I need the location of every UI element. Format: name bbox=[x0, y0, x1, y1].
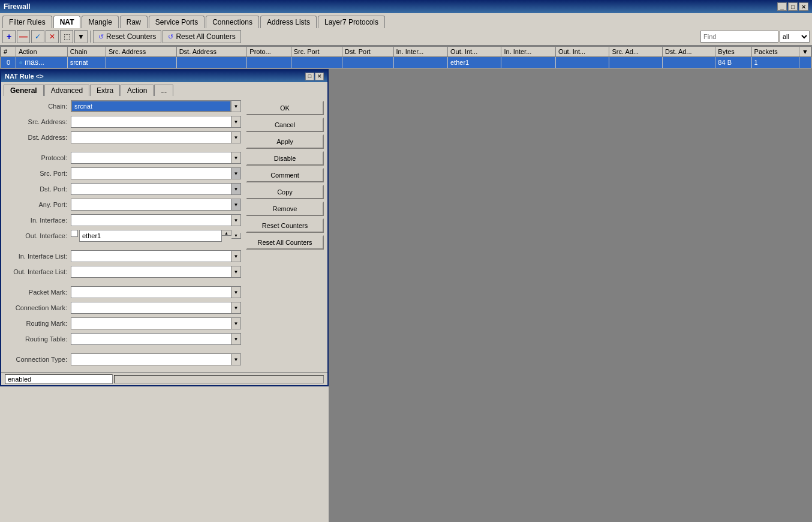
minimize-button[interactable]: _ bbox=[777, 2, 787, 11]
filter-button[interactable]: ▼ bbox=[74, 30, 88, 43]
cell-src-address bbox=[106, 57, 176, 68]
src-address-dropdown-btn[interactable]: ▼ bbox=[231, 116, 241, 128]
col-num: # bbox=[1, 47, 16, 57]
in-interface-list-dropdown-btn[interactable]: ▼ bbox=[231, 250, 241, 262]
routing-mark-dropdown-btn[interactable]: ▼ bbox=[231, 317, 241, 329]
any-port-row: Any. Port: ▼ bbox=[5, 198, 241, 211]
in-interface-dropdown-btn[interactable]: ▼ bbox=[231, 214, 241, 226]
maximize-button[interactable]: □ bbox=[788, 2, 798, 11]
close-button[interactable]: ✕ bbox=[799, 2, 808, 11]
dst-port-input[interactable] bbox=[71, 183, 231, 195]
tab-nat[interactable]: NAT bbox=[53, 16, 81, 28]
dialog-tab-extra[interactable]: Extra bbox=[90, 85, 120, 96]
connection-type-dropdown-btn[interactable]: ▼ bbox=[231, 353, 241, 365]
remove-button[interactable]: — bbox=[17, 30, 30, 43]
cancel-button[interactable]: Cancel bbox=[246, 118, 324, 132]
out-interface-list-row: Out. Interface List: ▼ bbox=[5, 265, 241, 278]
src-address-container: ▼ bbox=[71, 116, 241, 128]
tab-filter-rules[interactable]: Filter Rules bbox=[2, 16, 52, 28]
disable-button[interactable]: Disable bbox=[246, 151, 324, 166]
out-interface-list-input[interactable] bbox=[71, 266, 231, 278]
apply-button[interactable]: Apply bbox=[246, 134, 324, 149]
cell-src-port bbox=[291, 57, 342, 68]
remove-button[interactable]: Remove bbox=[246, 202, 324, 216]
in-interface-list-input[interactable] bbox=[71, 250, 231, 262]
copy-toolbar-button[interactable]: ⬚ bbox=[60, 30, 73, 43]
dst-port-dropdown-btn[interactable]: ▼ bbox=[231, 183, 241, 195]
connection-mark-input[interactable] bbox=[71, 302, 231, 314]
tab-connections[interactable]: Connections bbox=[206, 16, 259, 28]
reset-counters-button[interactable]: Reset Counters bbox=[246, 218, 324, 233]
protocol-dropdown-btn[interactable]: ▼ bbox=[231, 152, 241, 164]
protocol-container: ▼ bbox=[71, 152, 241, 164]
table-header-row: # Action Chain Src. Address Dst. Address… bbox=[1, 47, 811, 57]
copy-button[interactable]: Copy bbox=[246, 185, 324, 199]
dst-address-dropdown-btn[interactable]: ▼ bbox=[231, 131, 241, 143]
routing-table-input[interactable] bbox=[71, 333, 231, 345]
table-row[interactable]: 0 ● mas... srcnat ether1 bbox=[1, 57, 811, 68]
chain-dropdown-btn[interactable]: ▼ bbox=[231, 100, 241, 112]
routing-mark-label: Routing Mark: bbox=[5, 320, 71, 327]
x-button[interactable]: ✕ bbox=[46, 30, 59, 43]
reset-all-counters-button[interactable]: Reset All Counters bbox=[246, 235, 324, 250]
status-bar-extra bbox=[114, 375, 324, 383]
dialog-tab-advanced[interactable]: Advanced bbox=[44, 85, 89, 96]
connection-type-input[interactable] bbox=[71, 353, 231, 365]
col-dst-ad: Dst. Ad... bbox=[662, 47, 715, 57]
reset-all-counters-label: Reset All Counters bbox=[176, 32, 235, 41]
col-src-port: Src. Port bbox=[291, 47, 342, 57]
src-port-dropdown-btn[interactable]: ▼ bbox=[231, 167, 241, 179]
dialog-status-bar: enabled bbox=[1, 372, 327, 385]
check-button[interactable]: ✓ bbox=[31, 30, 44, 43]
routing-mark-input[interactable] bbox=[71, 317, 231, 329]
reset-counters-toolbar-button[interactable]: ↺ Reset Counters bbox=[93, 30, 161, 43]
add-button[interactable]: + bbox=[2, 30, 16, 43]
any-port-input[interactable] bbox=[71, 199, 231, 211]
out-interface-list-label: Out. Interface List: bbox=[5, 268, 71, 275]
cell-packets: 1 bbox=[751, 57, 799, 68]
dst-port-label: Dst. Port: bbox=[5, 185, 71, 193]
routing-table-dropdown-btn[interactable]: ▼ bbox=[231, 333, 241, 345]
dialog-tab-action[interactable]: Action bbox=[121, 85, 154, 96]
sep1 bbox=[5, 146, 241, 151]
dialog-maximize-button[interactable]: □ bbox=[305, 73, 314, 80]
out-interface-up-btn[interactable]: ▲ bbox=[222, 230, 231, 236]
reset-icon: ↺ bbox=[98, 33, 104, 41]
tab-raw[interactable]: Raw bbox=[120, 16, 148, 28]
out-interface-checkbox[interactable] bbox=[71, 230, 78, 237]
packet-mark-label: Packet Mark: bbox=[5, 289, 71, 296]
routing-table-label: Routing Table: bbox=[5, 335, 71, 343]
tab-layer7-protocols[interactable]: Layer7 Protocols bbox=[318, 16, 385, 28]
comment-button[interactable]: Comment bbox=[246, 168, 324, 182]
dialog-close-button[interactable]: ✕ bbox=[315, 73, 324, 80]
find-select[interactable]: all bbox=[780, 31, 810, 43]
src-address-input[interactable] bbox=[71, 116, 231, 128]
cell-src-ad bbox=[609, 57, 662, 68]
any-port-dropdown-btn[interactable]: ▼ bbox=[231, 199, 241, 211]
out-interface-list-dropdown-btn[interactable]: ▼ bbox=[231, 266, 241, 278]
in-interface-input[interactable] bbox=[71, 214, 231, 226]
tab-mangle[interactable]: Mangle bbox=[82, 16, 118, 28]
connection-mark-dropdown-btn[interactable]: ▼ bbox=[231, 302, 241, 314]
out-interface-input[interactable] bbox=[79, 230, 222, 242]
out-interface-list-container: ▼ bbox=[71, 266, 241, 278]
dialog-tab-more[interactable]: ... bbox=[154, 85, 173, 96]
out-interface-down-btn[interactable]: ▼ bbox=[231, 233, 241, 239]
reset-all-counters-toolbar-button[interactable]: ↺ Reset All Counters bbox=[163, 30, 240, 43]
src-port-input[interactable] bbox=[71, 167, 231, 179]
cell-num: 0 bbox=[1, 57, 16, 68]
tab-address-lists[interactable]: Address Lists bbox=[260, 16, 317, 28]
ok-button[interactable]: OK bbox=[246, 101, 324, 115]
packet-mark-input[interactable] bbox=[71, 286, 231, 298]
in-interface-list-label: In. Interface List: bbox=[5, 253, 71, 260]
tab-service-ports[interactable]: Service Ports bbox=[149, 16, 204, 28]
protocol-input[interactable] bbox=[71, 152, 231, 164]
dst-address-input[interactable] bbox=[71, 131, 231, 143]
chain-input[interactable] bbox=[71, 100, 231, 112]
dialog-tab-general[interactable]: General bbox=[4, 85, 44, 96]
in-interface-list-row: In. Interface List: ▼ bbox=[5, 250, 241, 263]
find-input[interactable] bbox=[700, 31, 778, 43]
cell-bytes: 84 B bbox=[715, 57, 751, 68]
packet-mark-dropdown-btn[interactable]: ▼ bbox=[231, 286, 241, 298]
out-interface-container: ▲ bbox=[71, 230, 231, 242]
